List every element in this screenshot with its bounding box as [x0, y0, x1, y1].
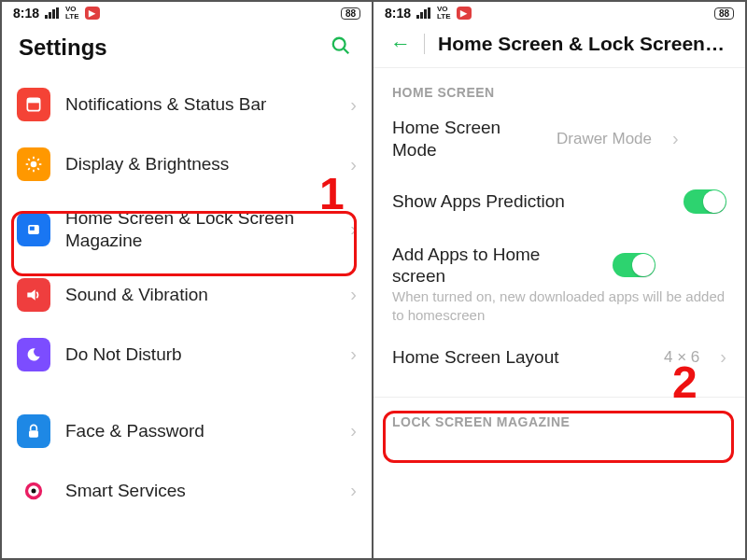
- smart-icon: [17, 474, 50, 508]
- status-bar: 8:18 VOLTE ▶ 88: [374, 2, 745, 22]
- svg-rect-0: [45, 15, 48, 19]
- chevron-right-icon: ›: [350, 420, 357, 441]
- battery-icon: 88: [714, 7, 734, 20]
- chevron-right-icon: ›: [350, 154, 357, 175]
- chevron-right-icon: ›: [350, 343, 357, 365]
- homescreen-settings-screen: 8:18 VOLTE ▶ 88 ← Home Screen & Lock Scr…: [374, 2, 745, 558]
- svg-rect-7: [27, 98, 39, 103]
- settings-item-face-password[interactable]: Face & Password ›: [2, 401, 372, 461]
- chevron-right-icon: ›: [672, 128, 679, 149]
- chevron-right-icon: ›: [350, 94, 357, 116]
- row-label: Show Apps Prediction: [392, 190, 669, 213]
- volte-icon: VOLTE: [65, 6, 79, 21]
- brightness-icon: [17, 147, 50, 181]
- row-value: 4 × 6: [664, 348, 699, 367]
- settings-item-sound[interactable]: Sound & Vibration ›: [2, 265, 372, 325]
- svg-rect-1: [49, 12, 51, 19]
- app-badge-icon: ▶: [85, 7, 100, 20]
- row-label: Home Screen Mode: [392, 117, 542, 161]
- svg-rect-2: [52, 9, 55, 19]
- chevron-right-icon: ›: [350, 480, 357, 501]
- settings-screen: 8:18 VOLTE ▶ 88 Settings Notifications &…: [2, 2, 374, 558]
- row-label: Sound & Vibration: [65, 284, 335, 306]
- section-lockscreen-magazine: LOCK SCREEN MAGAZINE: [374, 399, 745, 435]
- svg-rect-26: [428, 7, 430, 19]
- svg-rect-18: [30, 226, 35, 230]
- app-badge-icon: ▶: [457, 7, 472, 20]
- chevron-right-icon: ›: [350, 284, 357, 305]
- row-label: Notifications & Status Bar: [65, 93, 335, 116]
- settings-header: Settings: [2, 22, 372, 75]
- svg-rect-20: [29, 430, 38, 438]
- homescreen-icon: [17, 213, 50, 246]
- row-label: Add Apps to Home screen: [392, 244, 598, 288]
- settings-item-display[interactable]: Display & Brightness ›: [2, 134, 372, 194]
- svg-point-4: [333, 38, 345, 50]
- row-show-apps-prediction[interactable]: Show Apps Prediction: [374, 173, 745, 231]
- row-label: Home Screen Layout: [392, 346, 649, 369]
- row-label: Display & Brightness: [65, 153, 335, 175]
- svg-line-5: [344, 49, 349, 54]
- signal-icon: [45, 7, 60, 19]
- toggle-show-apps-prediction[interactable]: [684, 189, 726, 214]
- page-title: Settings: [19, 35, 314, 61]
- row-label: Smart Services: [65, 480, 335, 502]
- svg-line-16: [37, 159, 39, 161]
- search-icon: [331, 35, 351, 56]
- divider: [374, 67, 745, 68]
- svg-line-15: [28, 168, 30, 170]
- search-button[interactable]: [327, 32, 355, 63]
- page-title: Home Screen & Lock Screen…: [438, 33, 728, 55]
- row-value: Drawer Mode: [557, 130, 652, 148]
- row-add-apps-home[interactable]: Add Apps to Home screen: [374, 231, 745, 294]
- toggle-add-apps-home[interactable]: [613, 253, 655, 277]
- row-home-screen-layout[interactable]: Home Screen Layout 4 × 6 ›: [374, 329, 745, 385]
- settings-item-homescreen[interactable]: Home Screen & Lock Screen Magazine ›: [2, 194, 372, 265]
- clock: 8:18: [385, 6, 411, 21]
- detail-header: ← Home Screen & Lock Screen…: [374, 22, 745, 67]
- chevron-right-icon: ›: [720, 346, 726, 368]
- sound-icon: [17, 278, 50, 312]
- svg-line-14: [37, 168, 39, 170]
- arrow-left-icon: ←: [390, 32, 411, 55]
- settings-item-notifications[interactable]: Notifications & Status Bar ›: [2, 75, 372, 134]
- lock-icon: [17, 414, 50, 448]
- back-button[interactable]: ←: [390, 32, 411, 56]
- section-home-screen: HOME SCREEN: [374, 70, 745, 105]
- row-home-screen-mode[interactable]: Home Screen Mode Drawer Mode ›: [374, 105, 745, 173]
- clock: 8:18: [13, 6, 39, 21]
- svg-point-8: [31, 161, 37, 168]
- svg-point-22: [32, 488, 36, 493]
- battery-icon: 88: [341, 7, 360, 20]
- svg-marker-19: [27, 289, 35, 301]
- svg-rect-25: [424, 9, 427, 19]
- volte-icon: VOLTE: [437, 6, 451, 21]
- row-label: Face & Password: [65, 420, 335, 442]
- row-subtext: When turned on, new downloaded apps will…: [374, 287, 745, 329]
- svg-line-13: [28, 159, 30, 161]
- row-label: Home Screen & Lock Screen Magazine: [65, 207, 335, 252]
- notifications-icon: [17, 88, 50, 121]
- settings-item-smart-services[interactable]: Smart Services ›: [2, 461, 372, 521]
- header-divider: [424, 34, 425, 54]
- signal-icon: [416, 7, 431, 19]
- svg-rect-23: [416, 15, 419, 19]
- svg-rect-24: [420, 12, 423, 19]
- svg-rect-3: [56, 7, 59, 19]
- chevron-right-icon: ›: [350, 218, 357, 240]
- status-bar: 8:18 VOLTE ▶ 88: [2, 2, 372, 22]
- divider: [374, 397, 745, 398]
- dnd-icon: [17, 338, 50, 371]
- row-label: Do Not Disturb: [65, 343, 335, 366]
- settings-item-dnd[interactable]: Do Not Disturb ›: [2, 325, 372, 385]
